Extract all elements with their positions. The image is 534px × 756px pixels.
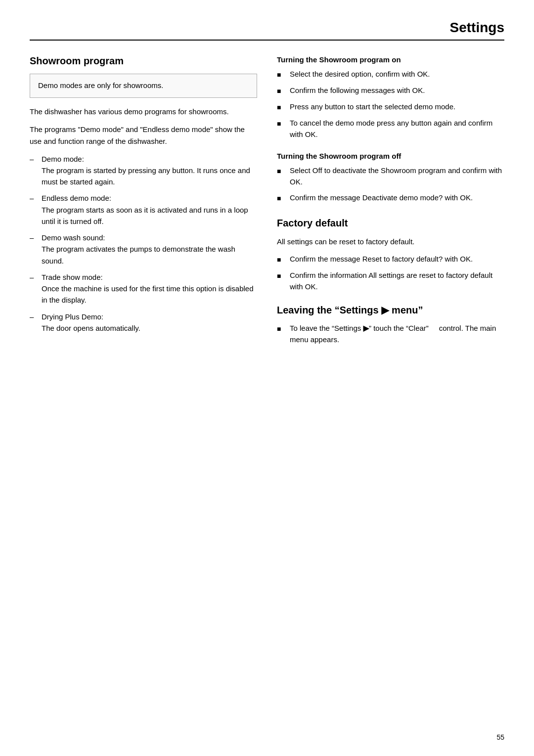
list-item: ■ Confirm the message Deactivate demo mo… — [277, 192, 504, 204]
turning-on-title: Turning the Showroom program on — [277, 55, 504, 64]
list-item: – Drying Plus Demo: The door opens autom… — [30, 311, 257, 334]
bullet-icon: ■ — [277, 86, 286, 96]
bullet-text: Select the desired option, confirm with … — [290, 69, 430, 80]
leaving-settings-section: Leaving the “Settings ▶ menu” ■ To leave… — [277, 304, 504, 345]
bullet-icon: ■ — [277, 166, 286, 177]
dash-content: Trade show mode: Once the machine is use… — [42, 271, 257, 306]
bullet-text: Confirm the message Reset to factory def… — [290, 254, 473, 265]
bullet-text: Confirm the following messages with OK. — [290, 85, 425, 96]
dash-label: Trade show mode: — [42, 273, 103, 281]
right-column: Turning the Showroom program on ■ Select… — [277, 55, 504, 352]
demo-modes-list: – Demo mode: The program is started by p… — [30, 153, 257, 334]
dash-detail: Once the machine is used for the first t… — [42, 284, 254, 304]
leaving-list: ■ To leave the “Settings ▶” touch the “C… — [277, 323, 504, 345]
bullet-icon: ■ — [277, 119, 286, 129]
factory-list: ■ Confirm the message Reset to factory d… — [277, 254, 504, 292]
dash-char: – — [30, 192, 40, 204]
factory-intro: All settings can be reset to factory def… — [277, 236, 504, 248]
dash-label: Demo wash sound: — [42, 233, 105, 242]
turning-off-title: Turning the Showroom program off — [277, 152, 504, 160]
intro-para-2: The programs "Demo mode" and "Endless de… — [30, 124, 257, 147]
page-title: Settings — [30, 20, 504, 41]
bullet-text: Select Off to deactivate the Showroom pr… — [290, 165, 504, 187]
turning-off-section: Turning the Showroom program off ■ Selec… — [277, 152, 504, 204]
turning-on-section: Turning the Showroom program on ■ Select… — [277, 55, 504, 140]
bullet-text: Confirm the information All settings are… — [290, 270, 504, 292]
factory-default-title: Factory default — [277, 218, 504, 229]
list-item: ■ Confirm the information All settings a… — [277, 270, 504, 292]
bullet-text: Confirm the message Deactivate demo mode… — [290, 192, 473, 204]
bullet-icon: ■ — [277, 271, 286, 281]
showroom-title: Showroom program — [30, 55, 257, 67]
list-item: ■ To leave the “Settings ▶” touch the “C… — [277, 323, 504, 345]
info-box: Demo modes are only for showrooms. — [30, 74, 257, 98]
dash-content: Demo wash sound: The program activates t… — [42, 232, 257, 267]
dash-label: Endless demo mode: — [42, 194, 111, 202]
left-column: Showroom program Demo modes are only for… — [30, 55, 257, 346]
list-item: ■ Select Off to deactivate the Showroom … — [277, 165, 504, 187]
showroom-section: Showroom program Demo modes are only for… — [30, 55, 257, 334]
dash-content: Drying Plus Demo: The door opens automat… — [42, 311, 257, 334]
dash-detail: The door opens automatically. — [42, 324, 140, 332]
list-item: ■ To cancel the demo mode press any butt… — [277, 118, 504, 140]
bullet-text: Press any button to start the selected d… — [290, 101, 455, 113]
bullet-icon: ■ — [277, 193, 286, 204]
intro-para-1: The dishwasher has various demo programs… — [30, 106, 257, 118]
dash-label: Demo mode: — [42, 155, 84, 163]
bullet-icon: ■ — [277, 70, 286, 80]
list-item: ■ Confirm the message Reset to factory d… — [277, 254, 504, 265]
list-item: ■ Press any button to start the selected… — [277, 101, 504, 113]
leaving-settings-title: Leaving the “Settings ▶ menu” — [277, 304, 504, 316]
factory-default-section: Factory default All settings can be rese… — [277, 218, 504, 292]
dash-detail: The program is started by pressing any b… — [42, 166, 250, 186]
bullet-icon: ■ — [277, 324, 286, 334]
two-column-layout: Showroom program Demo modes are only for… — [30, 55, 504, 352]
list-item: – Endless demo mode: The program starts … — [30, 192, 257, 227]
list-item: – Demo mode: The program is started by p… — [30, 153, 257, 188]
bullet-icon: ■ — [277, 102, 286, 113]
flag-icon-inline: ▶ — [363, 324, 369, 332]
flag-icon-title: ▶ — [381, 305, 389, 315]
bullet-text: To cancel the demo mode press any button… — [290, 118, 504, 140]
list-item: ■ Confirm the following messages with OK… — [277, 85, 504, 96]
dash-char: – — [30, 232, 40, 243]
dash-content: Endless demo mode: The program starts as… — [42, 192, 257, 227]
dash-char: – — [30, 153, 40, 165]
list-item: – Demo wash sound: The program activates… — [30, 232, 257, 267]
turning-on-list: ■ Select the desired option, confirm wit… — [277, 69, 504, 140]
page-number: 55 — [496, 733, 504, 741]
dash-detail: The program starts as soon as it is acti… — [42, 206, 248, 225]
list-item: – Trade show mode: Once the machine is u… — [30, 271, 257, 306]
dash-char: – — [30, 311, 40, 322]
dash-label: Drying Plus Demo: — [42, 312, 103, 321]
page-container: Settings Showroom program Demo modes are… — [0, 0, 534, 756]
dash-char: – — [30, 271, 40, 283]
turning-off-list: ■ Select Off to deactivate the Showroom … — [277, 165, 504, 204]
list-item: ■ Select the desired option, confirm wit… — [277, 69, 504, 80]
bullet-icon: ■ — [277, 255, 286, 265]
dash-content: Demo mode: The program is started by pre… — [42, 153, 257, 188]
bullet-text: To leave the “Settings ▶” touch the “Cle… — [290, 323, 504, 345]
dash-detail: The program activates the pumps to demon… — [42, 245, 235, 265]
